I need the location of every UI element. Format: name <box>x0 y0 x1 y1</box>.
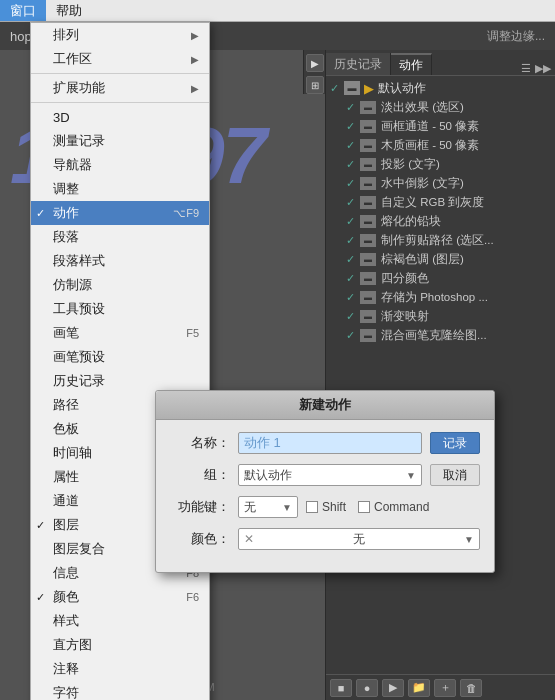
menu-item-measure[interactable]: 测量记录 <box>31 129 209 153</box>
modifier-keys-group: Shift Command <box>306 500 480 514</box>
arrow-icon: ▶ <box>191 83 199 94</box>
menu-item-color[interactable]: ✓ 颜色 F6 <box>31 585 209 609</box>
cancel-button[interactable]: 取消 <box>430 464 480 486</box>
adjust-edges-btn[interactable]: 调整边缘... <box>487 28 545 45</box>
group-check: ✓ <box>330 82 344 95</box>
side-icon-btn-1[interactable]: ▶ <box>306 54 324 72</box>
folder-icon: ▶ <box>364 81 374 96</box>
panel-expand-icon[interactable]: ▶▶ <box>535 62 551 75</box>
menu-item-notes[interactable]: 注释 <box>31 657 209 681</box>
record-btn[interactable]: ● <box>356 679 378 697</box>
tab-actions[interactable]: 动作 <box>391 53 432 75</box>
dialog-name-row: 名称： 记录 <box>170 432 480 454</box>
menu-separator <box>31 102 209 103</box>
check-icon: ✓ <box>36 207 45 220</box>
actions-group-header[interactable]: ✓ ▬ ▶ 默认动作 <box>326 78 555 98</box>
action-item[interactable]: ✓ ▬ 渐变映射 <box>326 307 555 326</box>
action-item[interactable]: ✓ ▬ 木质画框 - 50 像素 <box>326 136 555 155</box>
action-item[interactable]: ✓ ▬ 四分颜色 <box>326 269 555 288</box>
panel-menu-icon[interactable]: ☰ <box>521 62 531 75</box>
shift-checkbox[interactable]: Shift <box>306 500 346 514</box>
panel-tabs: 历史记录 动作 ☰ ▶▶ <box>326 50 555 76</box>
menu-item-actions[interactable]: ✓ 动作 ⌥F9 <box>31 201 209 225</box>
arrow-icon: ▶ <box>191 30 199 41</box>
panel-bottom-bar: ■ ● ▶ 📁 ＋ 🗑 <box>326 674 555 700</box>
name-label: 名称： <box>170 434 230 452</box>
menu-separator <box>31 73 209 74</box>
menu-item-paragraph-style[interactable]: 段落样式 <box>31 249 209 273</box>
menu-item-navigator[interactable]: 导航器 <box>31 153 209 177</box>
dialog-group-row: 组： 默认动作 ▼ 取消 <box>170 464 480 486</box>
arrow-icon: ▶ <box>191 54 199 65</box>
menu-item-paragraph[interactable]: 段落 <box>31 225 209 249</box>
menu-window[interactable]: 窗口 <box>0 0 46 21</box>
action-item[interactable]: ✓ ▬ 混合画笔克隆绘图... <box>326 326 555 345</box>
right-panel: 历史记录 动作 ☰ ▶▶ ✓ ▬ ▶ 默认动作 ✓ ▬ 淡出效果 ( <box>325 50 555 700</box>
delete-btn[interactable]: 🗑 <box>460 679 482 697</box>
menu-item-character[interactable]: 字符 <box>31 681 209 700</box>
select-arrow-icon: ▼ <box>406 470 416 481</box>
check-icon: ✓ <box>36 591 45 604</box>
new-action-btn[interactable]: ＋ <box>434 679 456 697</box>
shift-checkbox-box[interactable] <box>306 501 318 513</box>
check-icon: ✓ <box>36 519 45 532</box>
panel-tab-controls: ☰ ▶▶ <box>521 62 555 75</box>
dialog-funckey-row: 功能键： 无 ▼ Shift Command <box>170 496 480 518</box>
action-item[interactable]: ✓ ▬ 投影 (文字) <box>326 155 555 174</box>
group-label: 组： <box>170 466 230 484</box>
menu-item-extensions[interactable]: 扩展功能 ▶ <box>31 76 209 100</box>
menu-item-adjust[interactable]: 调整 <box>31 177 209 201</box>
dialog-color-row: 颜色： ✕ 无 ▼ <box>170 528 480 550</box>
funckey-select[interactable]: 无 ▼ <box>238 496 298 518</box>
command-checkbox[interactable]: Command <box>358 500 429 514</box>
actions-list: ✓ ▬ ▶ 默认动作 ✓ ▬ 淡出效果 (选区) ✓ ▬ 画框通道 - 50 像… <box>326 76 555 347</box>
menu-item-clone-source[interactable]: 仿制源 <box>31 273 209 297</box>
dialog-title: 新建动作 <box>156 391 494 420</box>
menu-item-arrange[interactable]: 排列 ▶ <box>31 23 209 47</box>
menu-item-3d[interactable]: 3D <box>31 105 209 129</box>
side-icon-btn-2[interactable]: ⊞ <box>306 76 324 94</box>
color-select[interactable]: ✕ 无 ▼ <box>238 528 480 550</box>
action-item[interactable]: ✓ ▬ 存储为 Photoshop ... <box>326 288 555 307</box>
menu-item-histogram[interactable]: 直方图 <box>31 633 209 657</box>
group-select[interactable]: 默认动作 ▼ <box>238 464 422 486</box>
top-menubar: 窗口 帮助 <box>0 0 555 22</box>
menu-item-styles[interactable]: 样式 <box>31 609 209 633</box>
play-btn[interactable]: ▶ <box>382 679 404 697</box>
select-arrow-icon: ▼ <box>282 502 292 513</box>
select-arrow-icon: ▼ <box>464 534 474 545</box>
action-item[interactable]: ✓ ▬ 制作剪贴路径 (选区... <box>326 231 555 250</box>
dialog-body: 名称： 记录 组： 默认动作 ▼ 取消 功能键： <box>156 420 494 572</box>
stop-btn[interactable]: ■ <box>330 679 352 697</box>
menu-item-brush[interactable]: 画笔 F5 <box>31 321 209 345</box>
funckey-label: 功能键： <box>170 498 230 516</box>
menu-item-brush-preset[interactable]: 画笔预设 <box>31 345 209 369</box>
menu-item-tool-preset[interactable]: 工具预设 <box>31 297 209 321</box>
action-item[interactable]: ✓ ▬ 淡出效果 (选区) <box>326 98 555 117</box>
tab-history[interactable]: 历史记录 <box>326 53 391 75</box>
action-item[interactable]: ✓ ▬ 水中倒影 (文字) <box>326 174 555 193</box>
command-checkbox-box[interactable] <box>358 501 370 513</box>
action-item[interactable]: ✓ ▬ 熔化的铅块 <box>326 212 555 231</box>
menu-item-workspace[interactable]: 工作区 ▶ <box>31 47 209 71</box>
group-mode-icon: ▬ <box>344 81 360 95</box>
color-label: 颜色： <box>170 530 230 548</box>
menu-help[interactable]: 帮助 <box>46 0 92 21</box>
action-item[interactable]: ✓ ▬ 自定义 RGB 到灰度 <box>326 193 555 212</box>
window-dropdown-menu: 排列 ▶ 工作区 ▶ 扩展功能 ▶ 3D 测量记录 导航器 调整 ✓ 动作 ⌥F… <box>30 22 210 700</box>
action-item[interactable]: ✓ ▬ 棕褐色调 (图层) <box>326 250 555 269</box>
record-button[interactable]: 记录 <box>430 432 480 454</box>
new-set-btn[interactable]: 📁 <box>408 679 430 697</box>
name-input[interactable] <box>238 432 422 454</box>
action-item[interactable]: ✓ ▬ 画框通道 - 50 像素 <box>326 117 555 136</box>
side-icons-strip: ▶ ⊞ <box>303 50 325 94</box>
new-action-dialog: 新建动作 名称： 记录 组： 默认动作 ▼ 取消 <box>155 390 495 573</box>
